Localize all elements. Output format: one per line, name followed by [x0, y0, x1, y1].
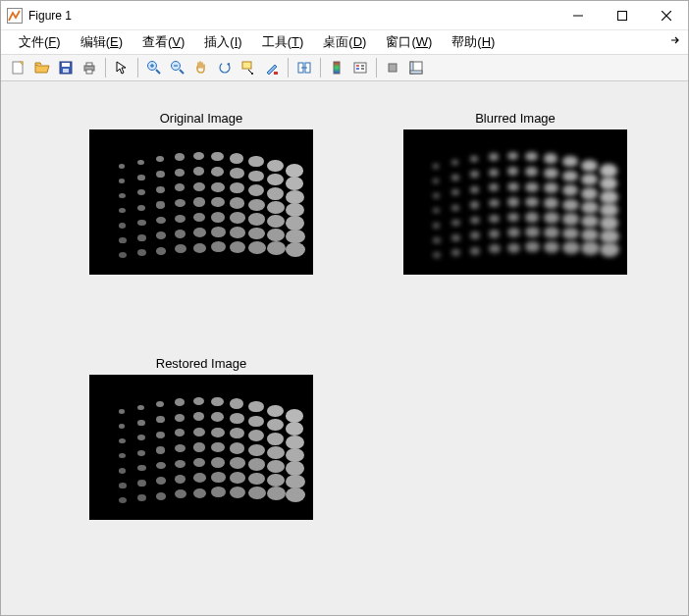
separator [376, 58, 377, 77]
image-blurred[interactable] [403, 129, 627, 275]
subplot-title: Original Image [89, 111, 313, 126]
window-controls [556, 1, 688, 29]
separator [288, 58, 289, 77]
svg-point-23 [251, 73, 253, 75]
separator [320, 58, 321, 77]
svg-rect-24 [274, 72, 278, 75]
menubar: 文件(F) 编辑(E) 查看(V) 插入(I) 工具(T) 桌面(D) 窗口(W… [1, 30, 688, 54]
close-button[interactable] [644, 1, 688, 29]
menu-edit[interactable]: 编辑(E) [71, 31, 132, 53]
subplot-title: Blurred Image [403, 111, 627, 126]
subplot-title: Restored Image [89, 356, 313, 371]
zoom-in-button[interactable] [142, 56, 166, 79]
menu-file[interactable]: 文件(F) [9, 31, 71, 53]
image-restored[interactable] [89, 375, 313, 520]
hide-plot-tools-button[interactable] [381, 56, 404, 79]
svg-line-19 [180, 70, 184, 74]
open-button[interactable] [30, 56, 54, 79]
link-button[interactable] [292, 56, 316, 79]
pan-button[interactable] [189, 56, 213, 79]
dot-pattern [119, 159, 295, 257]
colorbar-button[interactable] [325, 56, 348, 79]
toolbar [1, 54, 688, 81]
dot-pattern [433, 159, 610, 257]
minimize-button[interactable] [556, 1, 600, 29]
window-title: Figure 1 [28, 9, 556, 23]
svg-rect-12 [86, 63, 92, 66]
separator [137, 58, 138, 77]
legend-button[interactable] [348, 56, 372, 79]
svg-rect-34 [389, 64, 397, 72]
menu-tools[interactable]: 工具(T) [252, 31, 314, 53]
show-plot-tools-button[interactable] [404, 56, 428, 79]
svg-rect-22 [242, 62, 251, 69]
svg-rect-9 [62, 63, 70, 67]
dock-arrow-icon[interactable] [670, 34, 682, 49]
svg-line-15 [156, 70, 160, 74]
menu-insert[interactable]: 插入(I) [194, 31, 251, 53]
menu-desktop[interactable]: 桌面(D) [313, 31, 376, 53]
image-original[interactable] [89, 129, 313, 275]
data-cursor-button[interactable] [237, 56, 260, 79]
matlab-figure-icon [7, 8, 23, 24]
subplot-blurred: Blurred Image [403, 111, 627, 275]
zoom-out-button[interactable] [166, 56, 189, 79]
print-button[interactable] [78, 56, 101, 79]
svg-rect-28 [334, 62, 340, 74]
dot-pattern [119, 404, 295, 502]
subplot-original: Original Image [89, 111, 313, 275]
pointer-button[interactable] [110, 56, 133, 79]
brush-button[interactable] [260, 56, 284, 79]
svg-rect-13 [86, 70, 92, 74]
separator [105, 58, 106, 77]
save-button[interactable] [54, 56, 78, 79]
subplot-restored: Restored Image [89, 356, 313, 520]
maximize-button[interactable] [600, 1, 644, 29]
figure-canvas: Original Image Blurred Image Restored Im… [1, 81, 688, 615]
menu-view[interactable]: 查看(V) [132, 31, 194, 53]
svg-rect-37 [410, 71, 422, 74]
menu-help[interactable]: 帮助(H) [442, 31, 504, 53]
menu-window[interactable]: 窗口(W) [376, 31, 442, 53]
titlebar: Figure 1 [1, 1, 688, 30]
svg-rect-10 [63, 69, 69, 73]
rotate-button[interactable] [213, 56, 237, 79]
svg-rect-29 [354, 63, 366, 73]
new-figure-button[interactable] [7, 56, 30, 79]
svg-rect-3 [617, 11, 626, 20]
